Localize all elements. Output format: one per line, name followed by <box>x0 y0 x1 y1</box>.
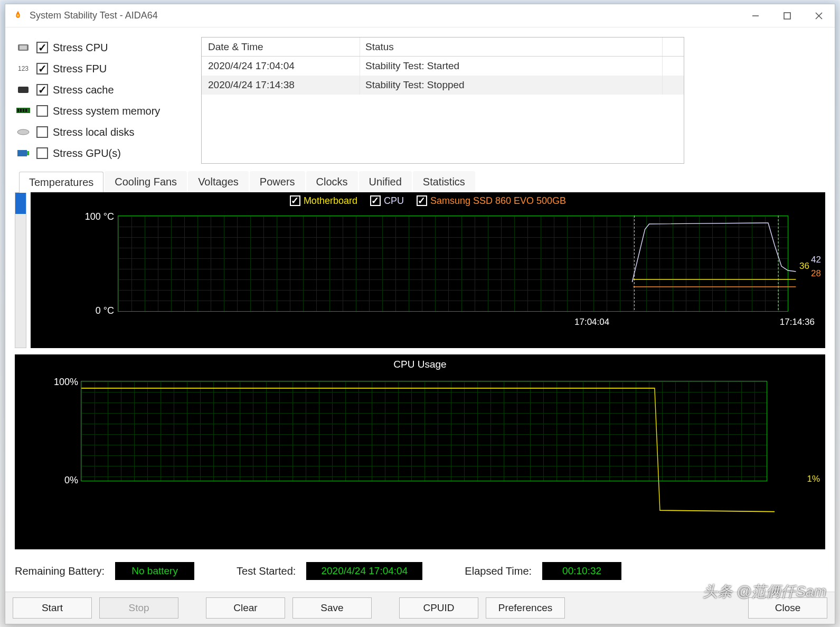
maximize-icon <box>784 12 791 20</box>
cpu-usage-chart: CPU Usage 100% 0% 1% <box>15 354 825 549</box>
minimize-button[interactable] <box>740 4 771 27</box>
stress-fpu-label: Stress FPU <box>53 63 107 75</box>
svg-rect-5 <box>20 45 27 50</box>
temp-value-cpu: 42 <box>811 255 821 265</box>
stress-gpu-label: Stress GPU(s) <box>53 147 121 160</box>
tab-clocks[interactable]: Clocks <box>306 171 358 192</box>
temp-value-ssd: 28 <box>811 268 821 279</box>
elapsed-value: 00:10:32 <box>542 562 621 580</box>
svg-rect-6 <box>18 87 29 93</box>
elapsed-label: Elapsed Time: <box>465 565 532 577</box>
legend-ssd[interactable]: Samsung SSD 860 EVO 500GB <box>417 195 566 207</box>
cache-chip-icon <box>15 85 32 95</box>
temp-xend: 17:14:36 <box>780 317 815 327</box>
close-icon <box>815 12 823 20</box>
stress-disks-label: Stress local disks <box>53 126 135 138</box>
log-header-status[interactable]: Status <box>360 38 663 56</box>
temp-ymin: 0 °C <box>72 305 114 316</box>
temp-value-mb: 36 <box>799 261 809 272</box>
battery-value: No battery <box>115 562 194 580</box>
stress-cache-checkbox[interactable] <box>36 84 48 96</box>
svg-point-12 <box>17 129 29 135</box>
started-value: 2020/4/24 17:04:04 <box>306 562 422 580</box>
event-log-table: Date & Time Status 2020/4/24 17:04:04 St… <box>201 37 684 164</box>
app-icon <box>11 8 25 23</box>
log-header-datetime[interactable]: Date & Time <box>202 38 360 56</box>
legend-cpu[interactable]: CPU <box>370 195 404 207</box>
maximize-button[interactable] <box>771 4 803 27</box>
titlebar: System Stability Test - AIDA64 <box>5 4 835 27</box>
close-window-button[interactable] <box>803 4 835 27</box>
stress-cpu-label: Stress CPU <box>53 42 108 54</box>
chart-tabs: Temperatures Cooling Fans Voltages Power… <box>19 171 825 192</box>
tab-powers[interactable]: Powers <box>250 171 305 192</box>
temperature-chart: Motherboard CPU Samsung SSD 860 EVO 500G… <box>31 192 825 348</box>
cpu-ymax: 100% <box>36 377 78 388</box>
temp-xstart: 17:04:04 <box>574 317 609 327</box>
tab-cooling-fans[interactable]: Cooling Fans <box>105 171 187 192</box>
stress-cache-label: Stress cache <box>53 84 114 96</box>
tab-temperatures[interactable]: Temperatures <box>19 172 103 193</box>
app-window: System Stability Test - AIDA64 Stress CP… <box>5 4 835 624</box>
tab-statistics[interactable]: Statistics <box>413 171 475 192</box>
svg-rect-10 <box>23 109 24 112</box>
legend-motherboard[interactable]: Motherboard <box>290 195 357 207</box>
minimize-icon <box>752 12 759 20</box>
fpu-icon: 123 <box>15 63 32 74</box>
cpu-chip-icon <box>15 42 32 53</box>
svg-rect-11 <box>25 109 27 112</box>
cpu-value-now: 1% <box>807 474 820 484</box>
temp-ymax: 100 °C <box>72 211 114 222</box>
watermark-text: 头条 @范俩仟Sam <box>703 582 826 602</box>
status-row: Remaining Battery: No battery Test Start… <box>15 562 825 580</box>
clear-button[interactable]: Clear <box>206 597 285 619</box>
battery-label: Remaining Battery: <box>15 565 105 577</box>
start-button[interactable]: Start <box>13 597 92 619</box>
stress-cpu-checkbox[interactable] <box>36 42 48 53</box>
tab-voltages[interactable]: Voltages <box>188 171 249 192</box>
svg-rect-14 <box>27 151 29 155</box>
preferences-button[interactable]: Preferences <box>486 597 565 619</box>
cpuid-button[interactable]: CPUID <box>399 597 478 619</box>
stress-options: Stress CPU 123 Stress FPU Stress cache S… <box>15 37 192 164</box>
sensor-selector[interactable] <box>15 192 26 348</box>
window-title: System Stability Test - AIDA64 <box>30 10 158 21</box>
stress-fpu-checkbox[interactable] <box>36 63 48 74</box>
started-label: Test Started: <box>237 565 296 577</box>
disk-icon <box>15 127 32 137</box>
gpu-icon <box>15 148 32 158</box>
cpu-chart-title: CPU Usage <box>15 354 825 370</box>
stress-gpu-checkbox[interactable] <box>36 147 48 159</box>
log-row[interactable]: 2020/4/24 17:04:04 Stability Test: Start… <box>202 57 684 76</box>
stress-memory-checkbox[interactable] <box>36 105 48 117</box>
svg-rect-8 <box>17 109 19 112</box>
stress-memory-label: Stress system memory <box>53 105 160 117</box>
memory-icon <box>15 106 32 116</box>
tab-unified[interactable]: Unified <box>359 171 412 192</box>
cpu-ymin: 0% <box>36 475 78 486</box>
stress-disks-checkbox[interactable] <box>36 126 48 138</box>
svg-rect-1 <box>784 13 790 19</box>
save-button[interactable]: Save <box>292 597 372 619</box>
stop-button[interactable]: Stop <box>99 597 178 619</box>
log-row[interactable]: 2020/4/24 17:14:38 Stability Test: Stopp… <box>202 76 684 95</box>
svg-rect-9 <box>20 109 22 112</box>
svg-rect-13 <box>17 150 27 156</box>
